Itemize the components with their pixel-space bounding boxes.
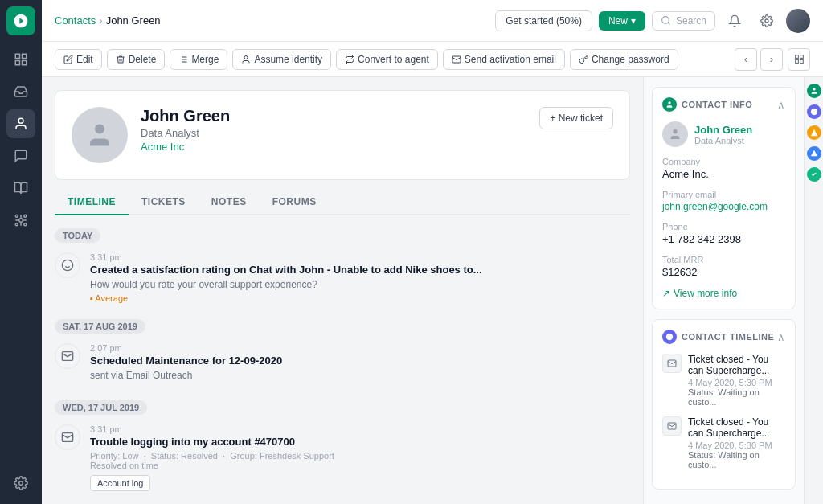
- svg-rect-0: [15, 54, 19, 58]
- body: John Green Data Analyst Acme Inc + New t…: [42, 77, 823, 504]
- right-icon-warning[interactable]: [807, 125, 821, 140]
- tab-forums[interactable]: FORUMS: [260, 190, 330, 215]
- prev-contact-button[interactable]: ‹: [735, 48, 757, 71]
- timeline-desc: How would you rate your overall support …: [90, 279, 630, 290]
- view-more-link[interactable]: ↗ View more info: [662, 288, 785, 299]
- breadcrumb-parent[interactable]: Contacts: [55, 14, 96, 27]
- contact-timeline-section: CONTACT TIMELINE ∧ Ticket closed - You c…: [652, 319, 796, 490]
- timeline-item-icon: [55, 252, 80, 278]
- timeline-mini-date: 4 May 2020, 5:30 PM: [688, 440, 785, 450]
- svg-rect-27: [800, 55, 803, 59]
- date-group-today: TODAY 3:31 pm Created a satisfaction rat…: [55, 228, 630, 303]
- contact-info-icon: [662, 97, 677, 112]
- timeline-desc: sent via Email Outreach: [90, 370, 630, 381]
- timeline-mini-content: Ticket closed - You can Supercharge... 4…: [688, 354, 785, 407]
- get-started-button[interactable]: Get started (50%): [495, 10, 592, 31]
- notifications-button[interactable]: [722, 8, 747, 34]
- contact-mini-avatar: [662, 121, 688, 147]
- timeline-item-content: 3:31 pm Created a satisfaction rating on…: [90, 252, 630, 303]
- next-contact-button[interactable]: ›: [760, 48, 783, 71]
- timeline-title[interactable]: Created a satisfaction rating on Chat wi…: [90, 264, 630, 276]
- timeline-item-icon: [55, 343, 80, 369]
- contact-timeline-collapse[interactable]: ∧: [777, 331, 785, 343]
- timeline-mini-item: Ticket closed - You can Supercharge... 4…: [662, 354, 785, 407]
- svg-rect-26: [795, 55, 798, 59]
- email-value[interactable]: john.green@google.com: [662, 201, 785, 212]
- breadcrumb: Contacts › John Green: [55, 14, 489, 27]
- svg-point-24: [244, 55, 248, 59]
- timeline-title[interactable]: Trouble logging into my account #470700: [90, 436, 630, 448]
- change-password-button[interactable]: Change password: [570, 49, 678, 70]
- topbar: Contacts › John Green Get started (50%) …: [42, 0, 823, 42]
- svg-point-36: [668, 101, 670, 104]
- convert-to-agent-button[interactable]: Convert to agent: [336, 49, 438, 70]
- right-icon-contact[interactable]: [807, 84, 821, 98]
- main-content: Contacts › John Green Get started (50%) …: [42, 0, 823, 504]
- contact-mini-profile: John Green Data Analyst: [662, 121, 785, 147]
- svg-point-37: [673, 129, 677, 133]
- contact-info-header: CONTACT INFO ∧: [662, 97, 785, 112]
- contact-timeline-header: CONTACT TIMELINE ∧: [662, 330, 785, 344]
- svg-point-30: [95, 125, 104, 134]
- search-box[interactable]: Search: [652, 11, 715, 31]
- timeline-section: TODAY 3:31 pm Created a satisfaction rat…: [55, 228, 630, 491]
- search-placeholder: Search: [676, 15, 706, 27]
- edit-button[interactable]: Edit: [55, 49, 102, 70]
- date-badge-jul: WED, 17 JUL 2019: [55, 400, 147, 415]
- right-icon-timeline[interactable]: [807, 104, 821, 119]
- timeline-mini-date: 4 May 2020, 5:30 PM: [688, 378, 785, 387]
- assume-identity-button[interactable]: Assume identity: [232, 49, 331, 70]
- sidebar: [0, 0, 42, 504]
- contact-mini-name[interactable]: John Green: [694, 124, 752, 136]
- breadcrumb-current: John Green: [106, 14, 161, 27]
- tab-notes[interactable]: NOTES: [199, 190, 260, 215]
- info-phone: Phone +1 782 342 2398: [662, 222, 785, 245]
- svg-point-15: [662, 17, 669, 24]
- settings-quick-button[interactable]: [754, 8, 780, 34]
- right-icon-info[interactable]: [807, 146, 821, 161]
- svg-line-16: [668, 23, 669, 24]
- timeline-item-icon: [55, 424, 80, 450]
- timeline-mini-status: Status: Waiting on custo...: [688, 450, 785, 469]
- sidebar-item-dashboard[interactable]: [6, 45, 35, 74]
- timeline-item-content: 3:31 pm Trouble logging into my account …: [90, 424, 630, 491]
- send-activation-email-button[interactable]: Send activation email: [443, 49, 565, 70]
- timeline-tag: ▪ Average: [90, 293, 630, 303]
- timeline-title[interactable]: Scheduled Maintenance for 12-09-2020: [90, 354, 630, 367]
- sidebar-item-reports[interactable]: [6, 174, 35, 203]
- phone-label: Phone: [662, 222, 785, 232]
- svg-point-17: [765, 19, 768, 23]
- app-logo[interactable]: [6, 6, 35, 35]
- svg-point-42: [810, 109, 817, 115]
- company-label: Company: [662, 157, 785, 166]
- contact-info-collapse[interactable]: ∧: [777, 99, 785, 111]
- timeline-mini-title[interactable]: Ticket closed - You can Supercharge...: [688, 416, 785, 439]
- sidebar-item-messages[interactable]: [6, 141, 35, 170]
- user-avatar[interactable]: [786, 9, 810, 33]
- new-button[interactable]: New ▾: [599, 11, 645, 31]
- sidebar-item-settings[interactable]: [6, 469, 35, 498]
- timeline-item: 3:31 pm Trouble logging into my account …: [55, 424, 630, 491]
- svg-rect-3: [23, 61, 27, 65]
- delete-button[interactable]: Delete: [107, 49, 166, 70]
- toolbar: Edit Delete Merge Assume identity Conver…: [42, 42, 823, 77]
- timeline-item: 3:31 pm Created a satisfaction rating on…: [55, 252, 630, 303]
- tab-timeline[interactable]: TIMELINE: [55, 190, 129, 215]
- sidebar-item-inbox[interactable]: [6, 77, 35, 106]
- merge-button[interactable]: Merge: [170, 49, 227, 70]
- new-ticket-button[interactable]: + New ticket: [539, 107, 613, 129]
- timeline-item: 2:07 pm Scheduled Maintenance for 12-09-…: [55, 343, 630, 384]
- tab-tickets[interactable]: TICKETS: [129, 190, 199, 215]
- date-group-jul: WED, 17 JUL 2019 3:31 pm Trouble logging…: [55, 400, 630, 491]
- phone-value: +1 782 342 2398: [662, 233, 785, 245]
- right-icon-check[interactable]: [807, 167, 821, 182]
- svg-point-8: [24, 223, 27, 226]
- account-log-button[interactable]: Account log: [90, 475, 150, 491]
- grid-view-button[interactable]: [788, 48, 810, 71]
- contact-company[interactable]: Acme Inc: [141, 141, 613, 153]
- sidebar-item-contacts[interactable]: [6, 109, 35, 138]
- timeline-mini-title[interactable]: Ticket closed - You can Supercharge...: [688, 354, 785, 376]
- svg-point-4: [18, 118, 23, 123]
- timeline-section-icon: [662, 330, 677, 344]
- sidebar-item-integrations[interactable]: [6, 206, 35, 235]
